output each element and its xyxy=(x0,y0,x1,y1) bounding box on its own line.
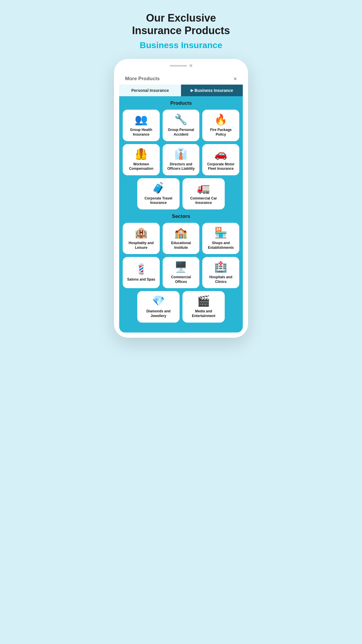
modal-title: More Products xyxy=(125,76,160,82)
card-diamonds[interactable]: 💎 Diamonds and Jewellery xyxy=(137,291,180,322)
tab-business-insurance[interactable]: ▶ Business Insurance xyxy=(181,85,243,96)
products-row-1: 👥 Group Health Insurance 🔧 Group Persona… xyxy=(123,110,239,141)
corporate-motor-icon: 🚗 xyxy=(214,149,227,159)
card-shops[interactable]: 🏪 Shops and Establishments xyxy=(202,223,239,254)
close-button[interactable]: × xyxy=(233,76,237,82)
fire-package-icon: 🔥 xyxy=(214,114,227,125)
sectors-row-3: 💎 Diamonds and Jewellery 🎬 Media and Ent… xyxy=(123,291,239,322)
salons-icon: 💈 xyxy=(135,264,148,274)
commercial-offices-label: Commercial Offices xyxy=(165,275,197,284)
hospitals-label: Hospitals and Clinics xyxy=(205,275,237,284)
diamonds-icon: 💎 xyxy=(152,296,165,306)
group-health-label: Group Health Insurance xyxy=(125,128,157,137)
educational-icon: 🏫 xyxy=(174,228,187,238)
shops-icon: 🏪 xyxy=(214,228,227,238)
salons-label: Salons and Spas xyxy=(127,277,155,282)
media-label: Media and Entertainment xyxy=(185,309,222,318)
card-commercial-car[interactable]: 🚛 Commercial Car Insurance xyxy=(182,178,225,209)
products-row-2: 🦺 Workmen Compensation 👔 Directors and O… xyxy=(123,144,239,175)
group-personal-icon: 🔧 xyxy=(174,114,187,125)
notch-dot xyxy=(189,64,192,67)
card-corporate-motor[interactable]: 🚗 Corporate Motor Fleet Insurance xyxy=(202,144,239,175)
workmen-label: Workmen Compensation xyxy=(125,162,157,171)
educational-label: Educational Institute xyxy=(165,241,197,250)
group-health-icon: 👥 xyxy=(135,114,148,125)
sectors-row-1: 🏨 Hospitality and Leisure 🏫 Educational … xyxy=(123,223,239,254)
card-hospitality[interactable]: 🏨 Hospitality and Leisure xyxy=(123,223,160,254)
modal-header: More Products × xyxy=(119,71,243,85)
corporate-travel-label: Corporate Travel Insurance xyxy=(140,196,177,205)
page-wrapper: Our Exclusive Insurance Products Busines… xyxy=(108,12,254,338)
card-educational[interactable]: 🏫 Educational Institute xyxy=(163,223,200,254)
card-corporate-travel[interactable]: 🧳 Corporate Travel Insurance xyxy=(137,178,180,209)
card-workmen[interactable]: 🦺 Workmen Compensation xyxy=(123,144,160,175)
card-directors[interactable]: 👔 Directors and Officers Liability xyxy=(163,144,200,175)
products-row-3: 🧳 Corporate Travel Insurance 🚛 Commercia… xyxy=(123,178,239,209)
directors-icon: 👔 xyxy=(174,149,187,159)
commercial-offices-icon: 🖥️ xyxy=(174,262,187,272)
products-section-title: Products xyxy=(123,100,239,106)
tab-arrow-icon: ▶ xyxy=(191,88,193,92)
commercial-car-label: Commercial Car Insurance xyxy=(185,196,222,205)
tabs-container: Personal Insurance ▶ Business Insurance xyxy=(119,85,243,96)
page-main-title: Our Exclusive Insurance Products xyxy=(132,12,230,37)
card-commercial-offices[interactable]: 🖥️ Commercial Offices xyxy=(163,257,200,288)
card-media[interactable]: 🎬 Media and Entertainment xyxy=(182,291,225,322)
phone-notch xyxy=(119,64,243,67)
shops-label: Shops and Establishments xyxy=(205,241,237,250)
diamonds-label: Diamonds and Jewellery xyxy=(140,309,177,318)
card-fire-package[interactable]: 🔥 Fire Package Policy xyxy=(202,110,239,141)
hospitality-icon: 🏨 xyxy=(135,228,148,238)
phone-frame: More Products × Personal Insurance ▶ Bus… xyxy=(114,59,248,337)
card-group-health[interactable]: 👥 Group Health Insurance xyxy=(123,110,160,141)
hospitals-icon: 🏥 xyxy=(214,262,227,272)
card-hospitals[interactable]: 🏥 Hospitals and Clinics xyxy=(202,257,239,288)
sectors-row-2: 💈 Salons and Spas 🖥️ Commercial Offices … xyxy=(123,257,239,288)
card-salons[interactable]: 💈 Salons and Spas xyxy=(123,257,160,288)
sectors-section-title: Sectors xyxy=(123,214,239,219)
modal-body: Products 👥 Group Health Insurance 🔧 Grou… xyxy=(119,96,243,332)
media-icon: 🎬 xyxy=(197,296,210,306)
modal: More Products × Personal Insurance ▶ Bus… xyxy=(119,71,243,332)
card-group-personal[interactable]: 🔧 Group Personal Accident xyxy=(163,110,200,141)
corporate-travel-icon: 🧳 xyxy=(152,183,165,193)
directors-label: Directors and Officers Liability xyxy=(165,162,197,171)
commercial-car-icon: 🚛 xyxy=(197,183,210,193)
corporate-motor-label: Corporate Motor Fleet Insurance xyxy=(205,162,237,171)
notch-pill xyxy=(170,65,187,66)
fire-package-label: Fire Package Policy xyxy=(205,128,237,137)
group-personal-label: Group Personal Accident xyxy=(165,128,197,137)
workmen-icon: 🦺 xyxy=(135,149,148,159)
hospitality-label: Hospitality and Leisure xyxy=(125,241,157,250)
page-sub-title: Business Insurance xyxy=(140,40,222,50)
tab-personal-insurance[interactable]: Personal Insurance xyxy=(119,85,181,96)
